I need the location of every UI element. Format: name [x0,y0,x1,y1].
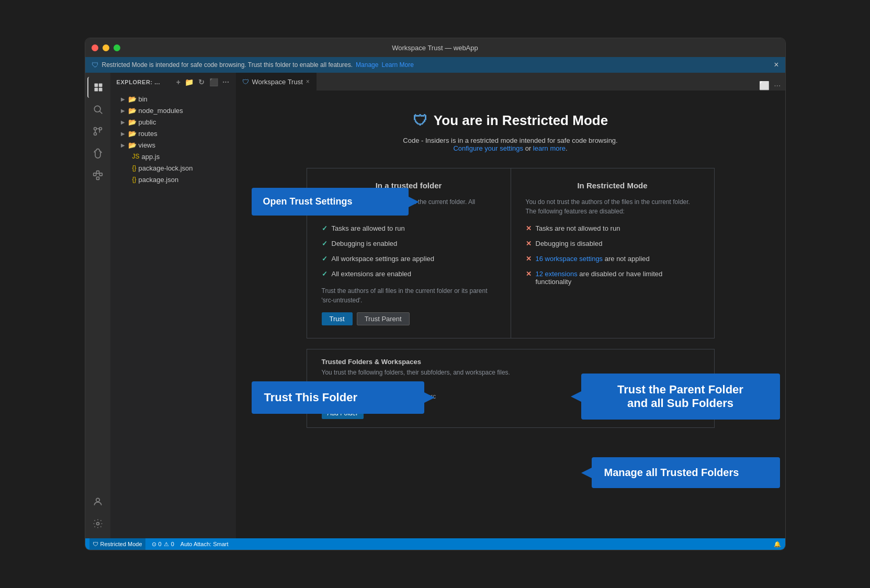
window-controls [92,44,120,51]
tree-item-label: package-lock.json [139,164,193,172]
check-icon: ✓ [322,270,327,278]
trust-note: Trust the authors of all files in the cu… [322,286,496,305]
tree-item-label: bin [139,95,148,103]
cross-icon: ✕ [526,224,532,232]
trust-parent-callout-container: Trust the Parent Folderand all Sub Folde… [581,374,780,420]
more-actions-icon[interactable]: ··· [774,81,781,91]
trust-button[interactable]: Trust [322,312,353,325]
tab-workspace-trust[interactable]: 🛡 Workspace Trust × [236,73,317,91]
folder-icon: 📂 [128,107,137,115]
extensions-link[interactable]: 12 extensions [536,270,578,278]
chevron-icon: ▶ [121,119,125,125]
configure-settings-link[interactable]: Configure your settings [453,144,523,152]
trust-this-folder-callout: Trust This Folder [252,381,424,414]
svg-line-5 [99,111,102,114]
manage-trusted-callout: Manage all Trusted Folders [592,457,780,488]
svg-rect-10 [99,173,102,176]
manage-link[interactable]: Manage [356,61,378,69]
activity-debug-icon[interactable] [87,143,108,164]
activity-search-icon[interactable] [87,99,108,120]
svg-rect-11 [96,171,99,174]
tree-item-node-modules[interactable]: ▶ 📂 node_modules [110,105,236,116]
more-icon[interactable]: ··· [222,78,229,86]
tab-shield-icon: 🛡 [242,78,249,86]
notification-close-button[interactable]: × [774,60,778,70]
new-folder-icon[interactable]: 📁 [185,78,194,86]
new-file-icon[interactable]: + [176,78,181,86]
tree-item-bin[interactable]: ▶ 📂 bin [110,93,236,105]
open-trust-callout-container: Open Trust Settings [252,188,409,216]
folder-icon: 📂 [128,141,137,149]
tab-actions: ⬜ ··· [759,81,785,91]
learn-more-link[interactable]: Learn More [381,61,413,69]
feature-extensions: ✓ All extensions are enabled [322,270,496,278]
activity-bar [85,73,110,538]
tree-item-package[interactable]: {} package.json [110,174,236,185]
trusted-feature-list: ✓ Tasks are allowed to run ✓ Debugging i… [322,224,496,278]
restricted-mode-status[interactable]: 🛡 Restricted Mode [89,538,145,550]
status-auto-attach[interactable]: Auto Attach: Smart [180,541,229,547]
trust-header: 🛡 You are in Restricted Mode Code - Insi… [307,112,715,152]
trust-parent-button[interactable]: Trust Parent [357,312,410,325]
shield-icon: 🛡 [92,61,99,69]
json-file-icon: {} [132,176,137,183]
tab-bar: 🛡 Workspace Trust × ⬜ ··· [236,73,785,91]
activity-bottom-icons [87,491,108,538]
cross-icon: ✕ [526,270,532,278]
titlebar: Workspace Trust — webApp [85,38,785,57]
manage-trusted-callout-container: Manage all Trusted Folders [592,457,780,488]
editor-content: 🛡 You are in Restricted Mode Code - Insi… [236,91,785,538]
learn-more-link[interactable]: learn more [533,144,566,152]
activity-source-control-icon[interactable] [87,121,108,142]
trust-title-shield-icon: 🛡 [413,112,427,129]
svg-point-14 [96,523,99,525]
check-icon: ✓ [322,224,327,232]
tree-item-package-lock[interactable]: {} package-lock.json [110,162,236,174]
tab-close-button[interactable]: × [306,78,310,85]
refresh-icon[interactable]: ↻ [198,78,205,86]
check-icon: ✓ [322,240,327,247]
sidebar-header-label: EXPLORER: ... [117,79,161,85]
bell-icon[interactable]: 🔔 [774,541,781,547]
svg-point-13 [96,498,99,502]
activity-explorer-icon[interactable] [87,77,108,98]
activity-settings-icon[interactable] [87,513,108,534]
status-errors[interactable]: ⊙ 0 ⚠ 0 [152,541,174,548]
workspace-settings-link[interactable]: 16 workspace settings [536,255,603,263]
maximize-button[interactable] [114,44,120,51]
trust-title-text: You are in Restricted Mode [434,112,608,129]
tree-item-label: app.js [142,153,160,161]
sidebar-header: EXPLORER: ... + 📁 ↻ ⬛ ··· [110,73,236,91]
tree-item-public[interactable]: ▶ 📂 public [110,116,236,128]
split-editor-icon[interactable]: ⬜ [759,81,770,91]
tree-item-label: package.json [139,176,179,184]
feature-debugging: ✓ Debugging is enabled [322,240,496,247]
tab-label: Workspace Trust [252,78,303,86]
sidebar-tree: ▶ 📂 bin ▶ 📂 node_modules ▶ 📂 public ▶ 📂 [110,91,236,538]
js-file-icon: JS [132,153,140,160]
cross-icon: ✕ [526,240,532,247]
close-button[interactable] [92,44,98,51]
chevron-icon: ▶ [121,131,125,137]
main-layout: EXPLORER: ... + 📁 ↻ ⬛ ··· ▶ 📂 bin ▶ 📂 [85,73,785,538]
tree-item-routes[interactable]: ▶ 📂 routes [110,128,236,139]
sidebar-header-actions: + 📁 ↻ ⬛ ··· [176,78,230,86]
activity-account-icon[interactable] [87,491,108,512]
restricted-mode-label: Restricted Mode [100,541,142,547]
callout-arrow-right [409,197,419,207]
json-file-icon: {} [132,164,137,172]
svg-rect-1 [98,84,102,87]
svg-point-6 [94,133,96,135]
minimize-button[interactable] [103,44,109,51]
tree-item-views[interactable]: ▶ 📂 views [110,139,236,151]
activity-extensions-icon[interactable] [87,165,108,186]
tree-item-label: views [139,141,156,149]
notification-banner: 🛡 Restricted Mode is intended for safe c… [85,57,785,73]
collapse-icon[interactable]: ⬛ [209,78,219,86]
cross-icon: ✕ [526,255,532,263]
tree-item-appjs[interactable]: JS app.js [110,151,236,162]
feature-settings: ✓ All workspace settings are applied [322,255,496,263]
trust-this-folder-callout-container: Trust This Folder [252,381,424,414]
trust-subtitle: Code - Insiders is in a restricted mode … [403,137,617,152]
trust-title: 🛡 You are in Restricted Mode [413,112,608,129]
